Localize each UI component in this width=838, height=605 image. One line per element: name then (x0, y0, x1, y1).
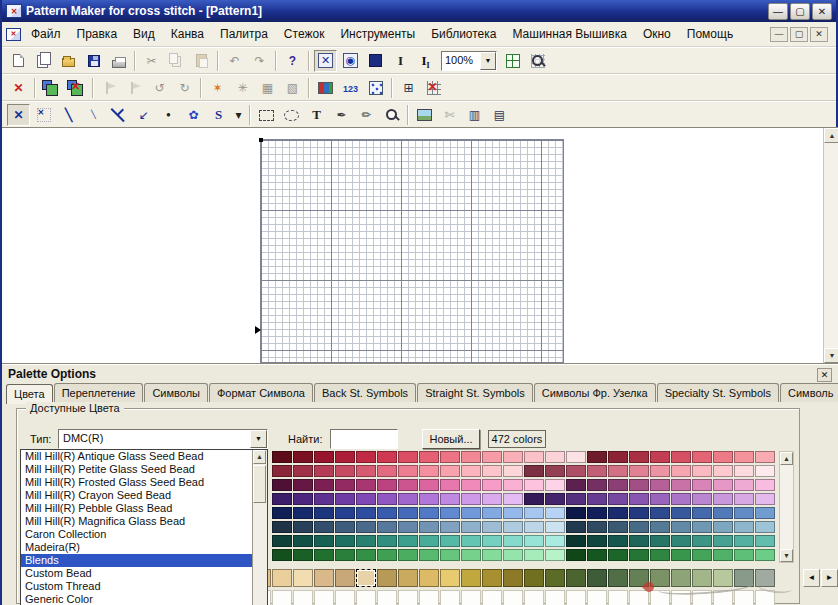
color-swatch[interactable] (713, 493, 733, 505)
color-swatch[interactable] (713, 479, 733, 491)
color-swatch[interactable] (734, 493, 754, 505)
color-swatch[interactable] (755, 549, 775, 561)
scroll-up-icon[interactable]: ▲ (824, 128, 838, 143)
color-swatch[interactable] (440, 521, 460, 533)
color-swatch[interactable] (293, 549, 313, 561)
scroll-up-icon[interactable]: ▲ (253, 450, 266, 464)
menu-item[interactable]: Помощь (679, 24, 741, 44)
scrollbar-thumb[interactable] (253, 465, 266, 503)
color-swatch[interactable] (293, 507, 313, 519)
color-swatch[interactable] (755, 535, 775, 547)
color-swatch[interactable] (419, 479, 439, 491)
zoom-dropdown-icon[interactable]: ▼ (480, 52, 496, 70)
flag-start-button[interactable] (98, 77, 121, 99)
color-swatch[interactable] (692, 451, 712, 463)
palette-empty-slot[interactable] (524, 590, 544, 605)
color-swatch[interactable] (461, 549, 481, 561)
machine-remove-button[interactable] (65, 77, 88, 99)
stitch-menu-button[interactable]: ▾ (232, 104, 245, 126)
color-swatch[interactable] (713, 521, 733, 533)
minimize-button[interactable]: — (768, 3, 788, 20)
dropdown-item[interactable]: Caron Collection (21, 528, 252, 541)
color-swatch[interactable] (461, 521, 481, 533)
palette-color[interactable] (503, 569, 523, 587)
view-full-stitches-button[interactable]: ✕ (314, 50, 337, 72)
color-swatch[interactable] (650, 493, 670, 505)
dropdown-item[interactable]: Madeira(R) (21, 541, 252, 554)
random-colors-button[interactable] (364, 77, 387, 99)
color-swatch[interactable] (692, 465, 712, 477)
knife-button[interactable]: ✄ (438, 104, 461, 126)
color-swatch[interactable] (671, 451, 691, 463)
color-swatch[interactable] (503, 479, 523, 491)
color-swatch[interactable] (629, 451, 649, 463)
color-swatch[interactable] (587, 479, 607, 491)
palette-empty-slot[interactable] (272, 590, 292, 605)
color-swatch[interactable] (650, 549, 670, 561)
palette-color[interactable] (335, 569, 355, 587)
palette-tab-4[interactable]: Back St. Symbols (314, 383, 416, 402)
color-swatch[interactable] (440, 549, 460, 561)
color-swatch[interactable] (545, 465, 565, 477)
color-swatch[interactable] (566, 493, 586, 505)
color-swatch[interactable] (482, 451, 502, 463)
color-swatch[interactable] (545, 493, 565, 505)
color-swatch[interactable] (524, 465, 544, 477)
color-swatch[interactable] (419, 521, 439, 533)
color-swatch[interactable] (272, 521, 292, 533)
color-swatch[interactable] (461, 493, 481, 505)
color-swatch[interactable] (545, 549, 565, 561)
color-swatch[interactable] (314, 465, 334, 477)
color-swatch[interactable] (356, 507, 376, 519)
palette-color[interactable] (356, 569, 376, 587)
color-swatch[interactable] (419, 535, 439, 547)
color-swatch[interactable] (692, 493, 712, 505)
color-swatch[interactable] (524, 549, 544, 561)
color-swatch[interactable] (608, 465, 628, 477)
view-solid-button[interactable] (364, 50, 387, 72)
color-swatch[interactable] (440, 535, 460, 547)
color-swatch[interactable] (692, 479, 712, 491)
palette-tab-6[interactable]: Символы Фр. Узелка (534, 383, 656, 402)
import-image-button[interactable] (413, 104, 436, 126)
color-swatch[interactable] (566, 535, 586, 547)
palette-empty-slot[interactable] (377, 590, 397, 605)
color-swatch[interactable] (503, 521, 523, 533)
color-swatch[interactable] (482, 493, 502, 505)
palette-empty-slot[interactable] (482, 590, 502, 605)
color-swatch[interactable] (356, 451, 376, 463)
color-swatch[interactable] (566, 521, 586, 533)
flag-end-button[interactable] (123, 77, 146, 99)
color-swatch[interactable] (608, 549, 628, 561)
new-color-button[interactable]: Новый... (422, 429, 480, 449)
color-swatch[interactable] (482, 465, 502, 477)
color-swatch[interactable] (293, 535, 313, 547)
print-pattern-button[interactable] (107, 50, 130, 72)
color-swatch[interactable] (566, 451, 586, 463)
menu-item[interactable]: Правка (69, 24, 126, 44)
color-swatch[interactable] (335, 549, 355, 561)
palette-empty-slot[interactable] (587, 590, 607, 605)
color-swatch[interactable] (314, 479, 334, 491)
color-swatch[interactable] (587, 493, 607, 505)
color-swatch[interactable] (650, 451, 670, 463)
draw-tool-button[interactable]: ✏ (355, 104, 378, 126)
color-swatch[interactable] (440, 465, 460, 477)
palette-color[interactable] (545, 569, 565, 587)
color-swatch[interactable] (671, 549, 691, 561)
dropdown-item[interactable]: Mill Hill(R) Antique Glass Seed Bead (21, 450, 252, 463)
palette-empty-slot[interactable] (461, 590, 481, 605)
copy-button[interactable] (165, 50, 188, 72)
palette-tab-8[interactable]: Символь (780, 383, 838, 402)
quarter-stitch-button[interactable]: ╲ (82, 104, 105, 126)
palette-color[interactable] (293, 569, 313, 587)
palette-color[interactable] (314, 569, 334, 587)
color-swatch[interactable] (524, 535, 544, 547)
color-swatch[interactable] (713, 535, 733, 547)
zoom-tool-button[interactable] (380, 104, 403, 126)
color-swatch[interactable] (377, 535, 397, 547)
cut-button[interactable]: ✂ (140, 50, 163, 72)
color-swatch[interactable] (419, 451, 439, 463)
color-swatch[interactable] (587, 549, 607, 561)
palette-color[interactable] (419, 569, 439, 587)
